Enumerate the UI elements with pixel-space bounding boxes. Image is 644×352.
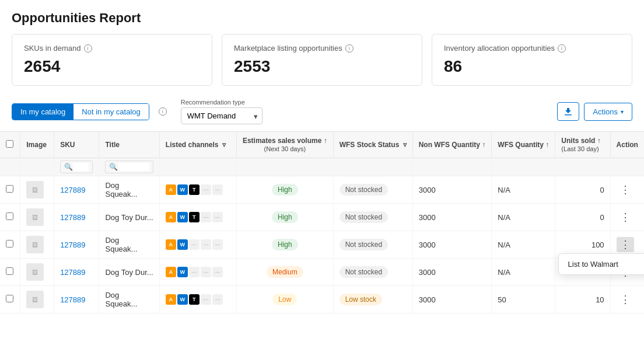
sku-search-input[interactable] [73,163,89,171]
wfs-status-badge: Low stock [340,294,382,305]
sku-link[interactable]: 127889 [60,268,85,277]
rec-type-label: Recommendation type [181,99,262,106]
demand-badge: High [272,184,298,196]
channel-icons: AW——— [166,239,230,250]
units-sold: 0 [555,176,610,204]
row-action-button[interactable]: ⋮ [617,210,634,225]
sort-icon-est-sales[interactable]: ↑ [324,137,327,145]
wfs-status-badge: Not stocked [340,266,388,278]
wfs-qty: N/A [492,176,555,204]
tab-not-in-catalog[interactable]: Not in my catalog [74,104,148,120]
metric-value-marketplace: 2553 [234,57,410,76]
non-wfs-qty: 3000 [412,204,492,231]
channel-disabled-icon: — [201,294,211,305]
toolbar: In my catalog Not in my catalog i Recomm… [0,95,644,131]
table-row: 🖼 127889 Dog Squeak... AWT—— Low Low sto… [0,286,644,313]
channel-disabled-icon: — [189,239,200,250]
channel-disabled-icon: — [201,212,211,222]
table-container: Image SKU Title Listed channels ▿ Estima… [0,131,644,313]
col-header-wfs-status: WFS Stock Status ▿ [333,132,412,158]
product-image: 🖼 [26,208,44,226]
table-row: 🖼 127889 Dog Toy Dur... AW——— Medium Not… [0,259,644,286]
units-sold: 10 [555,286,610,313]
product-title: Dog Squeak... [99,176,159,204]
page-title: Opportunities Report [0,0,644,34]
product-image: 🖼 [26,236,44,253]
demand-badge: High [272,211,298,223]
channel-walmart-icon: W [177,184,188,195]
title-search-icon: 🔍 [109,163,118,171]
channel-disabled-icon: — [212,184,223,195]
col-header-image: Image [20,132,54,158]
metrics-row: SKUs in demand i 2654 Marketplace listin… [0,34,644,95]
channel-amazon-icon: A [166,239,176,250]
info-icon-tabs[interactable]: i [159,107,167,116]
info-icon-inventory[interactable]: i [558,44,566,53]
toolbar-right: Actions ▾ [557,102,632,121]
table-row: 🖼 127889 Dog Toy Dur... AWT—— High Not s… [0,204,644,231]
sku-link[interactable]: 127889 [60,186,85,194]
channel-icons: AW——— [166,267,230,277]
channel-walmart-icon: W [177,267,188,277]
row-checkbox[interactable] [6,240,13,248]
context-menu: List to Walmart [558,253,644,275]
chevron-down-icon: ▾ [621,109,624,115]
wfs-status-badge: Not stocked [340,239,388,250]
actions-button[interactable]: Actions ▾ [584,103,632,121]
table-row: 🖼 127889 Dog Squeak... AWT—— High Not st… [0,176,644,204]
channel-tiktok-icon: T [189,294,200,305]
sku-link[interactable]: 127889 [60,295,85,304]
metric-value-skus: 2654 [24,57,200,76]
non-wfs-qty: 3000 [412,286,492,313]
select-all-checkbox[interactable] [6,140,13,148]
col-header-title: Title [99,132,159,158]
wfs-qty: N/A [492,204,555,231]
row-checkbox[interactable] [6,185,13,193]
product-image: 🖼 [26,263,44,281]
col-header-channels: Listed channels ▿ [159,132,236,158]
sort-icon-nonwfs[interactable]: ↑ [482,141,485,149]
col-header-est-sales: Estimates sales volume ↑ (Next 30 days) [236,132,333,158]
col-header-units-sold: Units sold ↑ (Last 30 day) [555,132,610,158]
demand-badge: Medium [267,266,303,278]
channel-walmart-icon: W [177,294,188,305]
sort-icon-wfsqty[interactable]: ↑ [545,141,549,149]
product-title: Dog Toy Dur... [99,259,159,286]
channel-disabled-icon: — [212,267,223,277]
row-action-button[interactable]: ⋮ [617,182,634,197]
row-action-button[interactable]: ⋮ [617,237,634,252]
table-row: 🖼 127889 Dog Squeak... AW——— High Not st… [0,231,644,259]
channel-disabled-icon: — [201,239,211,250]
channel-icons: AWT—— [166,294,230,305]
info-icon-skus[interactable]: i [84,44,92,53]
row-action-button[interactable]: ⋮ [617,292,634,307]
sort-icon-units[interactable]: ↑ [597,137,601,145]
metric-label-inventory: Inventory allocation opportunities [444,44,555,53]
filter-icon-channels[interactable]: ▿ [222,141,226,149]
channel-walmart-icon: W [177,239,188,250]
row-checkbox[interactable] [6,295,13,302]
sku-link[interactable]: 127889 [60,213,85,222]
title-search-input[interactable] [118,163,149,171]
wfs-qty: 50 [492,286,555,313]
info-icon-marketplace[interactable]: i [345,44,354,53]
download-button[interactable] [557,102,579,121]
channel-disabled-icon: — [212,294,223,305]
channel-tiktok-icon: T [189,184,200,195]
tab-in-catalog[interactable]: In my catalog [12,104,74,120]
channel-walmart-icon: W [177,212,188,222]
row-checkbox[interactable] [6,212,13,220]
row-checkbox[interactable] [6,267,13,275]
product-title: Dog Toy Dur... [99,204,159,231]
rec-type-select-wrapper: WMT Demand Trending Seasonal [181,107,262,124]
units-sold: 0 [555,204,610,231]
wfs-status-badge: Not stocked [340,211,388,223]
tab-group: In my catalog Not in my catalog [12,103,149,120]
demand-badge: Low [272,294,297,305]
context-menu-list-to-walmart[interactable]: List to Walmart [559,254,644,274]
sku-link[interactable]: 127889 [60,241,85,249]
filter-icon-wfs[interactable]: ▿ [403,141,407,149]
col-header-action: Action [610,132,644,158]
rec-type-select[interactable]: WMT Demand Trending Seasonal [181,107,262,124]
opportunities-table: Image SKU Title Listed channels ▿ Estima… [0,131,644,313]
